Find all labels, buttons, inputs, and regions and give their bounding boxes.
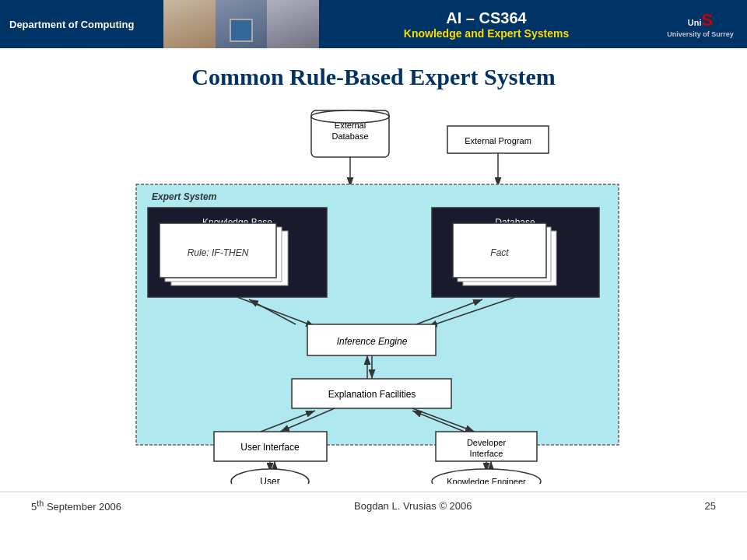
diagram-svg: External Database External Program Exper… <box>93 103 654 484</box>
course-title: AI – CS364 <box>446 9 526 27</box>
uni-logo: UniS University of Surrey <box>667 10 734 38</box>
svg-point-6 <box>311 110 389 123</box>
course-subtitle: Knowledge and Expert Systems <box>404 27 569 40</box>
svg-text:User Interface: User Interface <box>240 442 300 453</box>
uni-logo-area: UniS University of Surrey <box>654 0 747 48</box>
svg-text:Database: Database <box>331 131 368 141</box>
svg-text:Expert System: Expert System <box>152 191 217 202</box>
footer: 5th September 2006 Bogdan L. Vrusias © 2… <box>0 492 747 519</box>
dept-label: Department of Computing <box>9 19 134 30</box>
diagram-container: External Database External Program Exper… <box>93 103 654 484</box>
dept-section: Department of Computing <box>0 0 163 48</box>
svg-text:User: User <box>260 476 279 484</box>
svg-text:Developer: Developer <box>467 438 506 447</box>
slide-title: Common Rule-Based Expert System <box>191 64 555 90</box>
svg-text:Fact: Fact <box>490 247 509 258</box>
uni-name: University of Surrey <box>667 30 734 38</box>
footer-page: 25 <box>705 500 716 512</box>
svg-text:External Program: External Program <box>465 136 531 145</box>
photo-3 <box>267 0 319 48</box>
main-content: Common Rule-Based Expert System External… <box>0 48 747 492</box>
photo-1 <box>163 0 216 48</box>
photo-2 <box>216 0 268 48</box>
uni-s: S <box>702 10 714 30</box>
photo-strip <box>163 0 319 48</box>
svg-text:Inference Engine: Inference Engine <box>337 336 408 347</box>
course-info: AI – CS364 Knowledge and Expert Systems <box>319 0 654 48</box>
footer-copyright: Bogdan L. Vrusias © 2006 <box>354 500 472 512</box>
svg-text:Rule: IF-THEN: Rule: IF-THEN <box>188 247 249 258</box>
header: Department of Computing AI – CS364 Knowl… <box>0 0 747 48</box>
svg-text:Explanation Facilities: Explanation Facilities <box>328 389 416 400</box>
footer-date: 5th September 2006 <box>31 499 121 513</box>
svg-text:Knowledge Engineer: Knowledge Engineer <box>447 477 526 484</box>
svg-text:Interface: Interface <box>470 449 503 458</box>
